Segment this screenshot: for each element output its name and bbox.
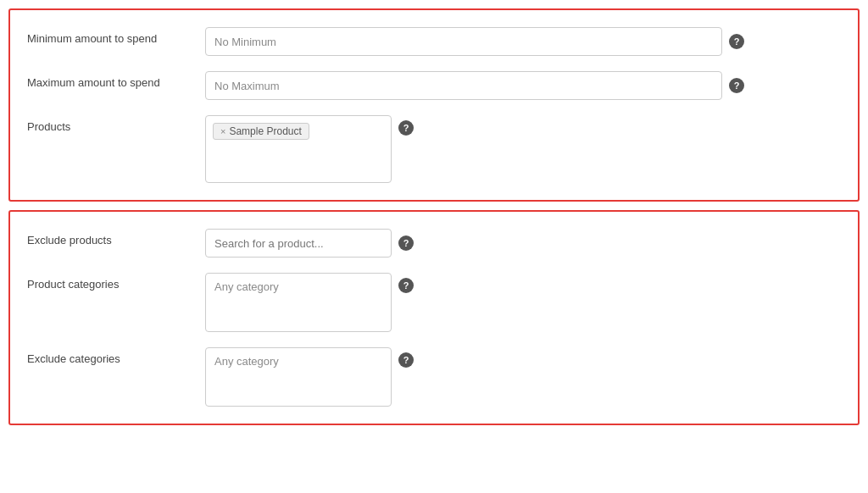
product-tag: × Sample Product [213, 123, 309, 140]
products-row: Products × Sample Product ? [27, 115, 841, 183]
product-categories-label: Product categories [27, 273, 205, 291]
min-amount-help-icon[interactable]: ? [729, 34, 744, 49]
exclude-products-control: ? [205, 229, 841, 258]
exclude-products-label: Exclude products [27, 229, 205, 246]
tag-label: Sample Product [229, 125, 301, 137]
section-exclude: Exclude products ? Product categories An… [8, 210, 860, 425]
product-categories-placeholder: Any category [214, 280, 279, 293]
products-field[interactable]: × Sample Product [205, 115, 392, 183]
max-amount-control: ? [205, 71, 841, 100]
min-amount-control: ? [205, 27, 841, 56]
tag-remove-icon[interactable]: × [220, 126, 225, 136]
exclude-products-help-icon[interactable]: ? [398, 235, 414, 251]
products-help-icon[interactable]: ? [398, 120, 414, 136]
exclude-products-row: Exclude products ? [27, 229, 841, 258]
min-amount-input[interactable] [205, 27, 722, 56]
max-amount-help-icon[interactable]: ? [729, 78, 744, 93]
exclude-products-input[interactable] [205, 229, 392, 258]
exclude-categories-label: Exclude categories [27, 347, 205, 365]
max-amount-row: Maximum amount to spend ? [27, 71, 841, 100]
product-categories-row: Product categories Any category ? [27, 273, 841, 332]
min-amount-label: Minimum amount to spend [27, 27, 205, 45]
product-categories-help-icon[interactable]: ? [398, 278, 414, 293]
exclude-categories-help-icon[interactable]: ? [398, 352, 414, 368]
section-products: Minimum amount to spend ? Maximum amount… [8, 8, 860, 202]
max-amount-input[interactable] [205, 71, 722, 100]
products-control: × Sample Product ? [205, 115, 841, 183]
product-categories-control: Any category ? [205, 273, 841, 332]
min-amount-row: Minimum amount to spend ? [27, 27, 841, 56]
exclude-categories-placeholder: Any category [214, 355, 279, 368]
product-categories-field[interactable]: Any category [205, 273, 392, 332]
exclude-categories-control: Any category ? [205, 347, 841, 407]
products-label: Products [27, 115, 205, 133]
exclude-categories-row: Exclude categories Any category ? [27, 347, 841, 407]
exclude-categories-field[interactable]: Any category [205, 347, 392, 407]
max-amount-label: Maximum amount to spend [27, 71, 205, 89]
